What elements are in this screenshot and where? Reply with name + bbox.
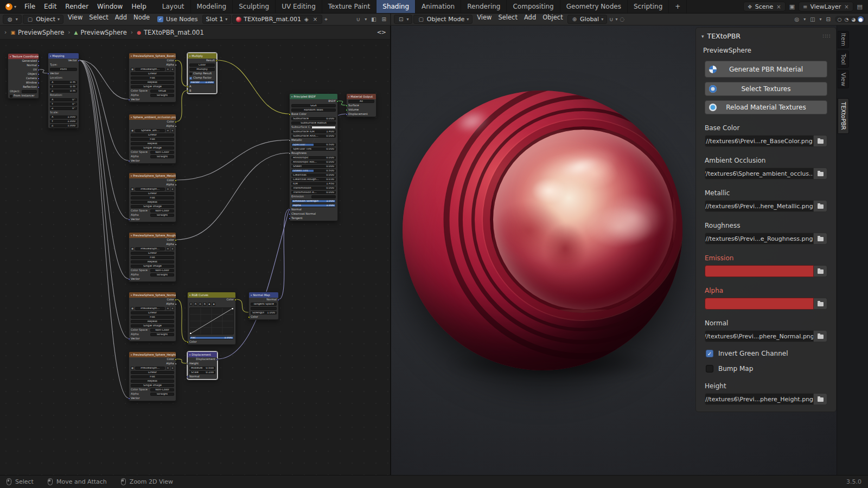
- node-header[interactable]: ▾Principled BSDF: [290, 94, 337, 99]
- image-name[interactable]: PreviewSph...: [135, 367, 165, 370]
- curve-tools-icon[interactable]: ▪: [212, 303, 215, 306]
- new-image-icon[interactable]: +: [166, 247, 169, 251]
- output-socket[interactable]: [37, 73, 40, 75]
- output-socket[interactable]: [175, 358, 177, 361]
- slider-scale[interactable]: Scale0.100: [189, 371, 215, 374]
- image-name[interactable]: Sphere_am...: [135, 129, 165, 132]
- workspace-tab-shading[interactable]: Shading: [376, 0, 416, 13]
- material-name-field[interactable]: TEXtoPBR_mat.001 ◈ ×: [232, 15, 322, 24]
- dropdown-straight[interactable]: Straight: [150, 273, 174, 277]
- curve-channel-button-b[interactable]: B: [203, 303, 206, 306]
- select-textures-button[interactable]: Select Textures: [705, 82, 827, 96]
- dropdown-straight[interactable]: Straight: [150, 214, 174, 217]
- node-mapping[interactable]: ▾MappingVectorType:PointVectorLocation:X…: [48, 53, 79, 129]
- path-input-height[interactable]: //textures6\Previ...phere_Height.png: [705, 393, 814, 405]
- dropdown-straight[interactable]: Straight: [150, 393, 174, 396]
- color-field-alpha[interactable]: [705, 298, 814, 310]
- mode-dropdown[interactable]: ▢ Object Mode ▾: [413, 15, 473, 24]
- dropdown-single-image[interactable]: Single Image: [131, 85, 174, 88]
- node-rgb-curves[interactable]: ▾RGB CurvesColorCRGB▪▪Fac1.000Color: [187, 292, 236, 345]
- arrange-icon[interactable]: ⊞: [381, 16, 387, 22]
- snap-icon[interactable]: ∪: [355, 16, 361, 22]
- collapse-icon[interactable]: ▾: [701, 34, 704, 39]
- sidebar-tab-tool[interactable]: Tool: [838, 50, 849, 68]
- output-socket[interactable]: [78, 60, 80, 62]
- viewport-canvas[interactable]: ▾ TEXtoPBR ∷∷ PreviewSphere Generate PBR…: [391, 25, 837, 475]
- dropdown-single-image[interactable]: Single Image: [131, 146, 174, 150]
- input-socket[interactable]: [187, 90, 189, 92]
- dropdown-srgb[interactable]: sRGB: [150, 89, 174, 93]
- dropdown-linear[interactable]: Linear: [131, 133, 174, 137]
- dropdown-point[interactable]: Point: [50, 68, 77, 71]
- slider-sheen-tint[interactable]: Sheen Tint0.500: [291, 169, 336, 172]
- breadcrumb-expand-icon[interactable]: ›: [4, 29, 7, 36]
- unlink-image-icon[interactable]: ×: [171, 247, 174, 251]
- unlink-image-icon[interactable]: ×: [171, 68, 174, 71]
- slider-emission-strength[interactable]: Emission Strength1.000: [291, 200, 336, 203]
- node-header[interactable]: ▾Multiply: [188, 53, 216, 59]
- output-socket[interactable]: [277, 299, 279, 301]
- use-nodes-checkbox[interactable]: ✓: [157, 16, 163, 22]
- input-socket[interactable]: [289, 152, 291, 155]
- open-file-button-base-color[interactable]: [814, 135, 827, 147]
- scene-selector[interactable]: ❖ Scene ×: [743, 2, 786, 11]
- checkbox-row-invert-green-channel[interactable]: ✓Invert Green Channel: [706, 350, 826, 357]
- xray-icon[interactable]: ⊟: [825, 16, 832, 22]
- new-image-icon[interactable]: +: [166, 367, 169, 370]
- dropdown-repeat[interactable]: Repeat: [131, 380, 174, 383]
- unlink-image-icon[interactable]: ×: [171, 367, 174, 370]
- editor-type-selector-3d[interactable]: ⊡ ▾: [394, 15, 412, 24]
- dropdown-random-walk[interactable]: Random Walk: [291, 108, 336, 112]
- dropdown-single-image[interactable]: Single Image: [131, 384, 174, 387]
- image-name[interactable]: PreviewSph...: [135, 188, 165, 191]
- unlink-image-icon[interactable]: ×: [171, 188, 174, 191]
- wireframe-shading-icon[interactable]: ○: [837, 16, 843, 22]
- slider-subsurface[interactable]: Subsurface0.000: [291, 117, 336, 120]
- output-socket[interactable]: [215, 60, 218, 62]
- dropdown-repeat[interactable]: Repeat: [131, 320, 174, 323]
- new-image-icon[interactable]: +: [166, 188, 169, 191]
- unlink-image-icon[interactable]: ×: [171, 129, 174, 132]
- slider-x[interactable]: X0 m: [50, 81, 77, 84]
- breadcrumb-item-textopbr-mat-001[interactable]: ●TEXtoPBR_mat.001: [137, 29, 204, 36]
- input-socket[interactable]: [187, 341, 189, 343]
- dropdown-single-image[interactable]: Single Image: [131, 324, 174, 328]
- color-swatch-subsurface-c[interactable]: [311, 126, 336, 129]
- input-socket[interactable]: [248, 316, 250, 318]
- dropdown-ggx[interactable]: GGX: [291, 104, 336, 107]
- node-previewsphere-sphere-height-002[interactable]: ▾PreviewSphere_Sphere_Height.002ColorAlp…: [129, 351, 176, 401]
- dropdown-linear[interactable]: Linear: [131, 192, 174, 195]
- image-name[interactable]: PreviewSph...: [135, 247, 165, 251]
- slider-subsurface-ior[interactable]: Subsurface IOR1.400: [291, 130, 336, 133]
- open-file-button-roughness[interactable]: [814, 233, 827, 245]
- slider-factor[interactable]: Factor1.000: [189, 81, 215, 84]
- image-browse-icon[interactable]: ▦: [131, 129, 134, 132]
- workspace-tab-rendering[interactable]: Rendering: [461, 0, 507, 13]
- output-socket[interactable]: [37, 82, 40, 84]
- rendered-shading-icon[interactable]: ●: [858, 16, 864, 22]
- slider-clearcoat-rough[interactable]: Clearcoat Rough...0.030: [291, 178, 336, 181]
- open-file-button-ambient-occlusion[interactable]: [814, 168, 827, 179]
- open-file-button-normal[interactable]: [814, 330, 827, 342]
- path-input-base-color[interactable]: //textures6\Previ...re_BaseColor.png: [705, 135, 814, 147]
- node-principled-bsdf[interactable]: ▾Principled BSDFBSDFGGXRandom WalkBase C…: [289, 93, 338, 221]
- dropdown-flat[interactable]: Flat: [131, 375, 174, 378]
- dropdown-non-color[interactable]: Non-Color: [150, 329, 174, 332]
- output-socket[interactable]: [216, 358, 218, 361]
- unlink-material-icon[interactable]: ×: [312, 16, 318, 22]
- node-material-output[interactable]: ▾Material OutputAllSurfaceVolumeDisplace…: [346, 93, 376, 117]
- input-socket[interactable]: [128, 219, 130, 221]
- checkbox-bump-map[interactable]: [706, 365, 713, 373]
- dropdown-flat[interactable]: Flat: [131, 138, 174, 141]
- dropdown-tangent-space[interactable]: Tangent Space: [251, 303, 277, 306]
- slider-subsurface-anis[interactable]: Subsurface Anis...0.000: [291, 134, 336, 138]
- image-browse-icon[interactable]: ▦: [131, 68, 134, 71]
- input-socket[interactable]: [289, 209, 291, 211]
- menu-window[interactable]: Window: [93, 0, 127, 13]
- dropdown-linear[interactable]: Linear: [131, 252, 174, 255]
- viewport-menu-view[interactable]: View: [474, 14, 495, 25]
- gizmo-icon[interactable]: ◎: [793, 16, 800, 22]
- dropdown-non-color[interactable]: Non-Color: [150, 269, 174, 272]
- dropdown-subsurface-radius[interactable]: Subsurface Radius: [291, 121, 336, 125]
- open-file-button-emission[interactable]: [814, 265, 827, 277]
